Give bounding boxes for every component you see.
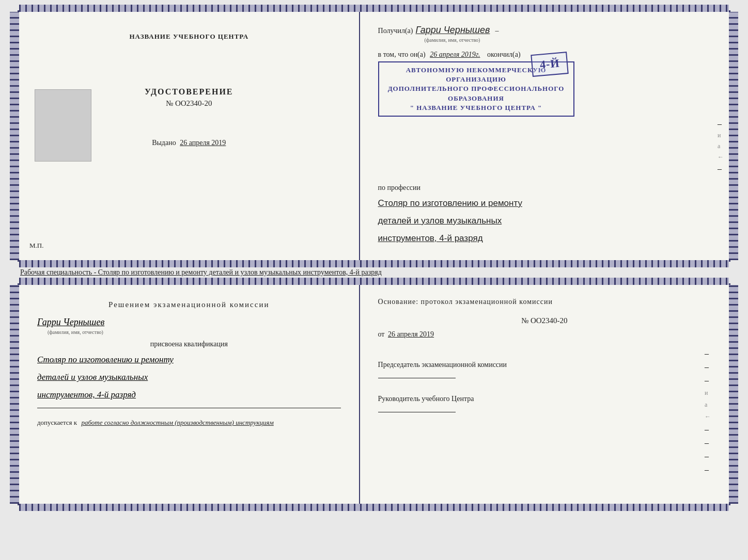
dash-b6: ← bbox=[705, 413, 711, 421]
stamp-line2: ДОПОЛНИТЕЛЬНОГО ПРОФЕССИОНАЛЬНОГО ОБРАЗО… bbox=[385, 84, 567, 103]
dopuskaetsya-line: допускается к работе согласно должностны… bbox=[37, 419, 341, 427]
prisvoena: присвоена квалификация bbox=[37, 340, 341, 348]
issued-line: Выдано 26 апреля 2019 bbox=[152, 139, 226, 147]
top-left-page: НАЗВАНИЕ УЧЕБНОГО ЦЕНТРА УДОСТОВЕРЕНИЕ №… bbox=[19, 12, 360, 260]
fio-label-top: (фамилия, имя, отчество) bbox=[425, 37, 711, 43]
dash-b4: и bbox=[705, 389, 711, 397]
prof-line3-top: инструментов, 4-й разряд bbox=[378, 230, 711, 247]
prof-line2-bottom: деталей и узлов музыкальных bbox=[37, 369, 341, 386]
date-bottom: 26 апреля 2019 bbox=[388, 330, 434, 338]
top-right-page: Получил(а) Гарри Чернышев – (фамилия, им… bbox=[360, 12, 729, 260]
top-decoration-bottom bbox=[19, 278, 729, 285]
bottom-right-page: Основание: протокол экзаменационной коми… bbox=[360, 285, 729, 504]
po-professii: по профессии bbox=[378, 184, 711, 192]
right-side-indicators-top: – и а ← – bbox=[378, 119, 711, 173]
bottom-document-wrapper: Решением экзаменационной комиссии Гарри … bbox=[18, 283, 730, 505]
stamp-box: 4-й АВТОНОМНУЮ НЕКОММЕРЧЕСКУЮ ОРГАНИЗАЦИ… bbox=[378, 61, 574, 117]
date-line-bottom: от 26 апреля 2019 bbox=[378, 330, 711, 339]
dash-b5: а bbox=[705, 401, 711, 409]
bottom-document: Решением экзаменационной комиссии Гарри … bbox=[18, 283, 730, 505]
recipient-name-top: Гарри Чернышев bbox=[416, 25, 490, 36]
issued-date: 26 апреля 2019 bbox=[180, 139, 226, 147]
document-container: НАЗВАНИЕ УЧЕБНОГО ЦЕНТРА УДОСТОВЕРЕНИЕ №… bbox=[18, 10, 730, 505]
chairman-sig-line bbox=[378, 378, 456, 378]
rukovoditel-label: Руководитель учебного Центра bbox=[378, 393, 699, 404]
dash-b8: – bbox=[705, 438, 711, 447]
received-label: Получил(а) bbox=[378, 27, 413, 35]
dash-r1: – bbox=[718, 119, 724, 129]
osnovaniye: Основание: протокол экзаменационной коми… bbox=[378, 298, 711, 306]
dash-r4: ← bbox=[718, 153, 724, 161]
ot-label: от bbox=[378, 330, 385, 338]
okonchil-label: окончил(а) bbox=[487, 51, 521, 58]
dash-r3: а bbox=[718, 142, 724, 150]
dash-b9: – bbox=[705, 452, 711, 461]
right-decoration-bottom bbox=[729, 285, 738, 504]
dash-top: – bbox=[495, 27, 498, 35]
specialty-description: Рабочая специальность - Столяр по изгото… bbox=[18, 268, 730, 277]
dopuskaetsya-value: работе согласно должностным (производств… bbox=[81, 419, 273, 426]
issued-label: Выдано bbox=[152, 139, 176, 147]
top-document-wrapper: НАЗВАНИЕ УЧЕБНОГО ЦЕНТРА УДОСТОВЕРЕНИЕ №… bbox=[18, 10, 730, 262]
stamp-overlay: 4-й bbox=[531, 52, 569, 77]
cert-number: № OO2340-20 bbox=[166, 99, 212, 108]
right-content-area: Председатель экзаменационной комиссии Ру… bbox=[378, 349, 711, 474]
chairman-label: Председатель экзаменационной комиссии bbox=[378, 359, 699, 370]
dash-r2: и bbox=[718, 132, 724, 139]
fio-label-bottom: (фамилия, имя, отчество) bbox=[48, 329, 341, 335]
profession-top: Столяр по изготовлению и ремонту деталей… bbox=[378, 195, 711, 247]
bottom-left-page: Решением экзаменационной комиссии Гарри … bbox=[19, 285, 360, 504]
cert-title: УДОСТОВЕРЕНИЕ bbox=[145, 87, 233, 97]
rukovoditel-sig-line bbox=[378, 412, 456, 412]
signatures-area: Председатель экзаменационной комиссии Ру… bbox=[378, 349, 699, 417]
separator-bottom-left bbox=[37, 408, 341, 408]
bottom-decoration-bottom bbox=[19, 504, 729, 511]
protocol-number: № OO2340-20 bbox=[378, 316, 711, 325]
top-decoration bbox=[19, 5, 729, 12]
left-decoration bbox=[10, 12, 19, 260]
decision-text: Решением экзаменационной комиссии bbox=[37, 300, 341, 309]
photo-placeholder bbox=[35, 89, 91, 162]
date-vtom: 26 апреля 2019г. bbox=[430, 51, 480, 58]
org-name-top: НАЗВАНИЕ УЧЕБНОГО ЦЕНТРА bbox=[129, 33, 248, 41]
dash-r5: – bbox=[718, 164, 724, 173]
prof-line3-bottom: инструментов, 4-й разряд bbox=[37, 386, 341, 404]
right-decoration bbox=[729, 12, 738, 260]
dash-b3: – bbox=[705, 376, 711, 385]
prof-line1-top: Столяр по изготовлению и ремонту bbox=[378, 195, 711, 212]
side-dashes-bottom: – – – и а ← – – – – bbox=[705, 349, 711, 474]
dopuskaetsya-label: допускается к bbox=[37, 419, 77, 426]
received-line: Получил(а) Гарри Чернышев – bbox=[378, 25, 711, 36]
left-decoration-bottom bbox=[10, 285, 19, 504]
side-dashes-top: – и а ← – bbox=[718, 119, 724, 173]
vtom-label: в том, что он(а) bbox=[378, 51, 426, 58]
recipient-name-bottom: Гарри Чернышев bbox=[37, 317, 341, 328]
stamp-line3: " НАЗВАНИЕ УЧЕБНОГО ЦЕНТРА " bbox=[385, 103, 567, 113]
prof-line2-top: деталей и узлов музыкальных bbox=[378, 212, 711, 230]
dash-b10: – bbox=[705, 465, 711, 474]
top-document: НАЗВАНИЕ УЧЕБНОГО ЦЕНТРА УДОСТОВЕРЕНИЕ №… bbox=[18, 10, 730, 262]
dash-b7: – bbox=[705, 425, 711, 434]
bottom-decoration-top bbox=[19, 260, 729, 267]
profession-bottom: Столяр по изготовлению и ремонту деталей… bbox=[37, 351, 341, 404]
dash-b2: – bbox=[705, 362, 711, 372]
prof-line1-bottom: Столяр по изготовлению и ремонту bbox=[37, 351, 341, 369]
mp-label: М.П. bbox=[29, 242, 43, 250]
dash-b1: – bbox=[705, 349, 711, 358]
